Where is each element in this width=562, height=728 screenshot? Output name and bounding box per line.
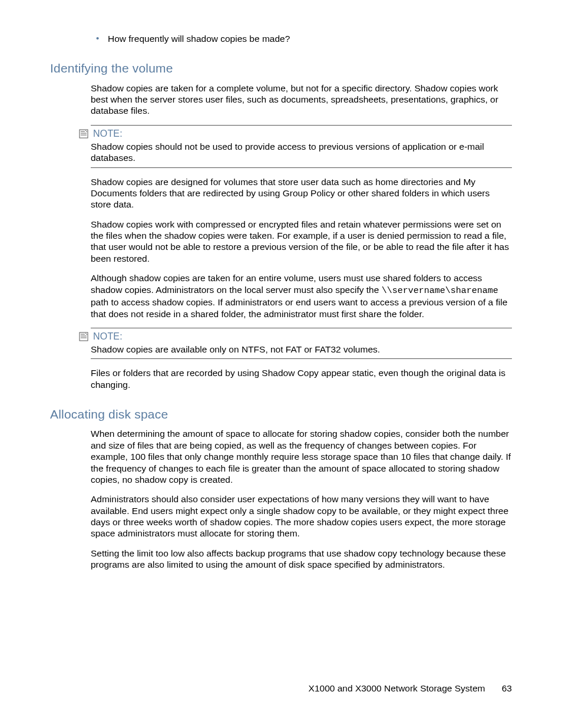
svg-rect-4 xyxy=(80,332,88,341)
section-heading-identifying: Identifying the volume xyxy=(50,61,512,76)
text-run: path to access shadow copies. If adminis… xyxy=(91,297,507,318)
body-paragraph: Shadow copies are designed for volumes t… xyxy=(91,176,512,210)
note-rule-top xyxy=(91,328,512,328)
body-paragraph: Although shadow copies are taken for an … xyxy=(91,272,512,319)
body-paragraph: Administrators should also consider user… xyxy=(91,493,512,539)
page-footer: X1000 and X3000 Network Storage System 6… xyxy=(309,683,512,694)
document-page: How frequently will shadow copies be mad… xyxy=(0,0,562,728)
note-body: Shadow copies are available only on NTFS… xyxy=(91,344,512,355)
note-label: NOTE: xyxy=(93,128,123,140)
body-paragraph: Setting the limit too low also affects b… xyxy=(91,548,512,571)
section-heading-allocating: Allocating disk space xyxy=(50,407,512,422)
note-body: Shadow copies should not be used to prov… xyxy=(91,141,512,164)
note-icon xyxy=(79,332,88,341)
bullet-item: How frequently will shadow copies be mad… xyxy=(108,33,512,44)
note-rule-bottom xyxy=(91,358,512,359)
note-label: NOTE: xyxy=(93,331,123,342)
note-block: NOTE: Shadow copies are available only o… xyxy=(79,328,512,359)
code-path: \\servername\sharename xyxy=(382,286,498,296)
note-icon xyxy=(79,129,88,139)
note-block: NOTE: Shadow copies should not be used t… xyxy=(79,125,512,168)
note-rule-bottom xyxy=(91,167,512,168)
body-paragraph: When determining the amount of space to … xyxy=(91,428,512,485)
body-paragraph: Shadow copies are taken for a complete v… xyxy=(91,83,512,117)
note-rule-top xyxy=(91,125,512,126)
footer-title: X1000 and X3000 Network Storage System xyxy=(309,683,485,693)
body-paragraph: Shadow copies work with compressed or en… xyxy=(91,219,512,265)
svg-rect-0 xyxy=(80,130,88,138)
bullet-list: How frequently will shadow copies be mad… xyxy=(50,33,512,44)
body-paragraph: Files or folders that are recorded by us… xyxy=(91,367,512,390)
page-number: 63 xyxy=(502,683,512,694)
